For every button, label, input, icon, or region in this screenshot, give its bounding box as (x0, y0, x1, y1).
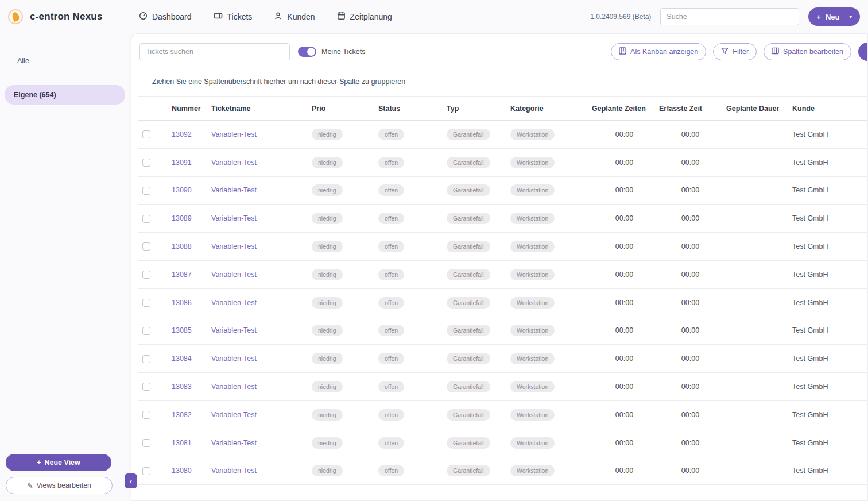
kategorie-badge: Workstation (510, 353, 555, 364)
ticket-name-link[interactable]: Variablen-Test (211, 242, 257, 250)
table-row[interactable]: 13089 Variablen-Test niedrig offen Garan… (138, 205, 868, 233)
kategorie-badge: Workstation (510, 129, 555, 140)
edit-views-button[interactable]: ✎ Views bearbeiten (6, 477, 113, 494)
ticket-name-link[interactable]: Variablen-Test (211, 186, 257, 194)
kunde-value: Test GmbH (789, 400, 868, 429)
sidebar-collapse-button[interactable]: ‹ (125, 473, 137, 488)
meine-tickets-toggle[interactable] (298, 47, 316, 57)
table-row[interactable]: 13083 Variablen-Test niedrig offen Garan… (138, 373, 868, 401)
ticket-number-link[interactable]: 13081 (172, 439, 192, 447)
col-typ[interactable]: Typ (445, 97, 509, 121)
row-checkbox[interactable] (142, 159, 150, 167)
edit-columns-button[interactable]: Spalten bearbeiten (764, 43, 851, 60)
row-checkbox[interactable] (142, 439, 150, 447)
geplante-zeiten-value: 00:00 (591, 121, 658, 149)
ticket-name-link[interactable]: Variablen-Test (211, 214, 257, 222)
col-status[interactable]: Status (377, 97, 445, 121)
main-nav: Dashboard Tickets Kunden Zeitplanung (139, 11, 392, 22)
table-row[interactable]: 13080 Variablen-Test niedrig offen Garan… (138, 457, 868, 485)
col-prio[interactable]: Prio (311, 97, 377, 121)
ticket-name-link[interactable]: Variablen-Test (211, 439, 257, 447)
kategorie-badge: Workstation (510, 213, 555, 224)
geplante-dauer-value (723, 429, 789, 457)
row-checkbox[interactable] (142, 130, 150, 138)
geplante-dauer-value (723, 121, 789, 149)
filter-button[interactable]: Filter (713, 43, 757, 60)
table-row[interactable]: 13087 Variablen-Test niedrig offen Garan… (138, 260, 868, 288)
table-row[interactable]: 13088 Variablen-Test niedrig offen Garan… (138, 233, 868, 261)
row-checkbox[interactable] (142, 411, 150, 419)
table-row[interactable]: 13081 Variablen-Test niedrig offen Garan… (138, 429, 868, 457)
ticket-name-link[interactable]: Variablen-Test (211, 130, 257, 138)
app-logo-icon (8, 9, 23, 24)
kanban-view-button[interactable]: Als Kanban anzeigen (611, 43, 706, 60)
ticket-number-link[interactable]: 13085 (172, 326, 192, 334)
kategorie-badge: Workstation (510, 409, 555, 421)
sidebar-item-eigene[interactable]: Eigene (654) (5, 85, 125, 105)
nav-tickets[interactable]: Tickets (214, 11, 253, 22)
ticket-number-link[interactable]: 13088 (172, 242, 192, 250)
col-erfasste-zeit[interactable]: Erfasste Zeit (658, 97, 723, 121)
table-row[interactable]: 13092 Variablen-Test niedrig offen Garan… (138, 121, 868, 149)
ticket-number-link[interactable]: 13092 (172, 130, 192, 138)
kunde-value: Test GmbH (789, 317, 868, 345)
erfasste-zeit-value: 00:00 (658, 121, 723, 149)
ticket-number-link[interactable]: 13091 (172, 159, 192, 167)
ticket-name-link[interactable]: Variablen-Test (211, 326, 257, 334)
status-badge: offen (378, 297, 404, 309)
table-row[interactable]: 13086 Variablen-Test niedrig offen Garan… (138, 288, 868, 317)
ticket-number-link[interactable]: 13080 (172, 467, 192, 475)
col-kategorie[interactable]: Kategorie (509, 97, 591, 121)
nav-dashboard[interactable]: Dashboard (139, 11, 192, 22)
col-geplante-dauer[interactable]: Geplante Dauer (723, 97, 789, 121)
row-checkbox[interactable] (142, 327, 150, 335)
kategorie-badge: Workstation (510, 184, 555, 196)
new-button[interactable]: + Neu ▾ (808, 7, 860, 26)
nav-zeitplanung[interactable]: Zeitplanung (337, 11, 392, 22)
table-row[interactable]: 13084 Variablen-Test niedrig offen Garan… (138, 345, 868, 373)
table-row[interactable]: 13085 Variablen-Test niedrig offen Garan… (138, 317, 868, 345)
table-row[interactable]: 13091 Variablen-Test niedrig offen Garan… (138, 148, 868, 176)
tickets-search-input[interactable] (140, 43, 290, 60)
row-checkbox[interactable] (142, 215, 150, 223)
row-checkbox[interactable] (142, 187, 150, 195)
nav-kunden[interactable]: Kunden (274, 11, 315, 22)
table-row[interactable]: 13090 Variablen-Test niedrig offen Garan… (138, 176, 868, 205)
checkbox-cell (138, 233, 161, 261)
row-checkbox[interactable] (142, 271, 150, 279)
row-checkbox[interactable] (142, 242, 150, 250)
row-checkbox[interactable] (142, 467, 150, 475)
ticket-number-link[interactable]: 13086 (172, 299, 192, 307)
sidebar-item-alle[interactable]: Alle (8, 52, 123, 70)
ticket-name-link[interactable]: Variablen-Test (211, 411, 257, 419)
col-kunde[interactable]: Kunde (789, 97, 868, 121)
table-row[interactable]: 13082 Variablen-Test niedrig offen Garan… (138, 400, 868, 429)
row-checkbox[interactable] (142, 383, 150, 391)
ticket-name-link[interactable]: Variablen-Test (211, 159, 257, 167)
global-search-input[interactable] (660, 8, 799, 25)
new-view-button[interactable]: + Neue View (6, 454, 111, 471)
group-by-hint: Ziehen Sie eine Spaltenüberschrift hierh… (131, 70, 867, 96)
typ-badge: Garantiefall (447, 269, 490, 280)
ticket-number-link[interactable]: 13084 (172, 354, 192, 363)
ticket-name-link[interactable]: Variablen-Test (211, 354, 257, 363)
col-geplante-zeiten[interactable]: Geplante Zeiten (591, 97, 658, 121)
ticket-number-link[interactable]: 13082 (172, 411, 192, 419)
status-badge: offen (378, 381, 404, 392)
status-badge: offen (378, 409, 404, 421)
row-checkbox[interactable] (142, 355, 150, 363)
ticket-number-link[interactable]: 13089 (172, 214, 192, 222)
col-nummer[interactable]: Nummer (161, 97, 210, 121)
ticket-name-link[interactable]: Variablen-Test (211, 467, 257, 475)
ticket-name-link[interactable]: Variablen-Test (211, 299, 257, 307)
col-ticketname[interactable]: Ticketname (210, 97, 311, 121)
ticket-name-link[interactable]: Variablen-Test (211, 383, 257, 391)
row-checkbox[interactable] (142, 299, 150, 307)
ticket-number-link[interactable]: 13087 (172, 271, 192, 279)
geplante-dauer-value (723, 205, 789, 233)
ticket-number-link[interactable]: 13083 (172, 383, 192, 391)
status-badge: offen (378, 213, 404, 224)
ticket-name-link[interactable]: Variablen-Test (211, 271, 257, 279)
ticket-number-link[interactable]: 13090 (172, 186, 192, 194)
prio-badge: niedrig (312, 409, 343, 421)
